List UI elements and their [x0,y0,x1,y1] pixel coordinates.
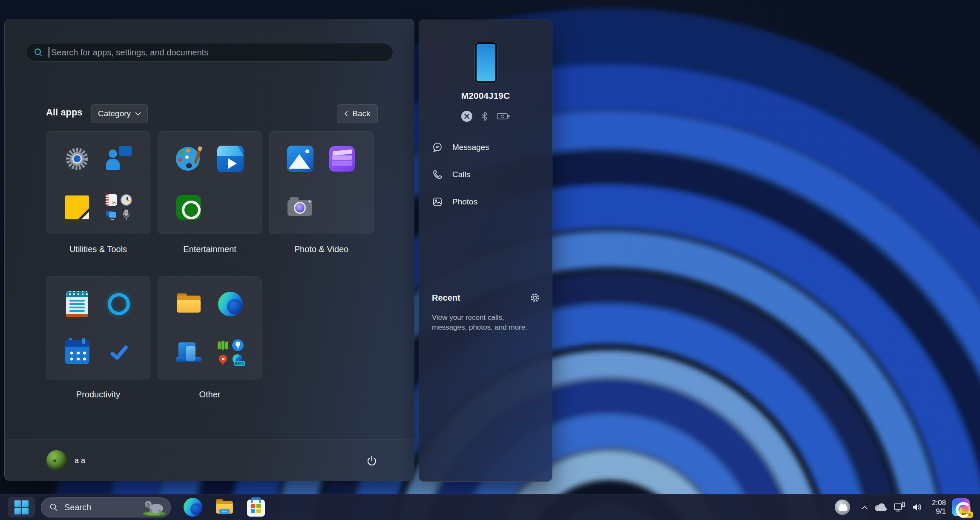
phone-link-icon [170,334,207,371]
speaker-icon [911,502,923,512]
paint-icon [170,140,207,178]
snipping-tool-icon: ✂ [106,194,117,206]
xbox-icon [170,189,207,226]
tile-other[interactable]: BETA Other [158,276,262,399]
calendar-icon [58,334,96,371]
photos-icon [282,140,319,178]
network-tray-icon[interactable] [894,502,905,513]
tile-label: Productivity [46,390,150,399]
battery-unknown-icon [497,112,510,121]
start-search-input[interactable]: Search for apps, settings, and documents [26,43,393,62]
clock-date: 9/1 [932,507,946,516]
sticky-notes-icon [58,189,96,226]
phone-menu-photos[interactable]: Photos [419,188,552,215]
phone-menu: Messages Calls Photos [419,134,552,215]
green-tiles-icon [217,339,229,351]
cortana-icon [100,285,138,323]
edge-icon [184,498,202,517]
alarms-clock-icon [121,194,132,206]
camera-icon: + [282,189,319,226]
desktop: Search for apps, settings, and documents… [0,0,980,520]
phone-link-panel: M2004J19C Messages [419,20,552,482]
clipchamp-icon [323,140,361,178]
volume-tray-icon[interactable] [911,502,923,512]
voice-recorder-icon [121,209,132,221]
tile-label: Other [158,390,262,399]
start-user-bar: a a [5,440,414,481]
onedrive-icon[interactable] [874,503,888,511]
user-avatar[interactable] [46,450,67,471]
taskbar-search-label: Search [64,503,141,512]
chevron-left-icon [344,111,348,117]
movies-tv-icon [212,140,249,178]
search-placeholder: Search for apps, settings, and documents [51,48,208,57]
user-name[interactable]: a a [75,456,85,465]
category-dropdown-button[interactable]: Category [91,104,148,123]
ethernet-icon [894,502,905,513]
get-help-icon [100,140,138,178]
tile-productivity[interactable]: Productivity [46,276,150,399]
start-menu-panel: Search for apps, settings, and documents… [4,19,414,481]
edge-beta-icon: BETA [232,354,244,366]
taskbar-edge-button[interactable] [184,498,202,517]
taskbar: Search [0,494,980,520]
disconnected-icon [461,110,473,122]
taskbar-search-box[interactable]: Search [41,497,171,517]
search-icon [49,503,58,512]
tile-photo-video[interactable]: + Photo & Video [269,131,374,254]
bluetooth-icon [480,111,489,122]
taskbar-clock[interactable]: 2:08 9/1 [932,499,946,516]
chevron-down-icon [135,112,141,116]
settings-icon [58,140,96,178]
all-apps-header: All apps Category Back [5,103,414,124]
chevron-up-icon [861,505,868,510]
taskbar-store-button[interactable] [247,498,265,517]
to-do-icon [100,334,138,371]
windows-logo-icon [14,500,29,514]
search-highlight-gorilla-image [141,498,168,516]
recent-title: Recent [432,293,460,303]
back-button[interactable]: Back [337,104,378,123]
search-icon [33,47,43,57]
recent-settings-gear-icon[interactable] [530,293,540,303]
tile-label: Entertainment [158,244,262,254]
file-explorer-icon [170,285,207,323]
calls-icon [432,169,443,180]
phone-menu-messages[interactable]: Messages [419,134,552,161]
file-explorer-icon [215,498,234,517]
photos-outline-icon [432,196,443,207]
power-icon [366,455,378,467]
show-hidden-icons-button[interactable] [861,505,868,510]
tile-utilities-tools[interactable]: ✂ Utilities & Tools [46,131,150,254]
start-button[interactable] [8,497,35,517]
tips-icon [232,339,244,351]
microsoft-store-icon [247,500,265,517]
phone-menu-calls[interactable]: Calls [419,161,552,188]
weather-tray-icon[interactable] [835,500,850,515]
connect-icon [106,209,117,221]
recent-description: View your recent calls, messages, photos… [432,313,531,333]
phone-illustration [475,42,497,83]
maps-icon [217,354,229,366]
phone-status-row [419,109,552,124]
power-button[interactable] [362,452,381,470]
copilot-button[interactable]: PRE [952,498,970,516]
messages-icon [432,142,443,153]
tile-label: Photo & Video [269,244,374,254]
clock-time: 2:08 [932,499,946,507]
phone-device-name: M2004J19C [419,91,552,101]
taskbar-file-explorer-button[interactable] [215,498,234,517]
copilot-preview-badge: PRE [960,511,973,518]
tile-label: Utilities & Tools [46,244,150,254]
tile-entertainment[interactable]: Entertainment [158,131,262,254]
app-category-tiles: ✂ Utilities & Tools [46,131,374,399]
notepad-icon [58,285,96,323]
text-caret [49,47,49,57]
edge-icon [212,285,249,323]
all-apps-title: All apps [46,107,83,118]
